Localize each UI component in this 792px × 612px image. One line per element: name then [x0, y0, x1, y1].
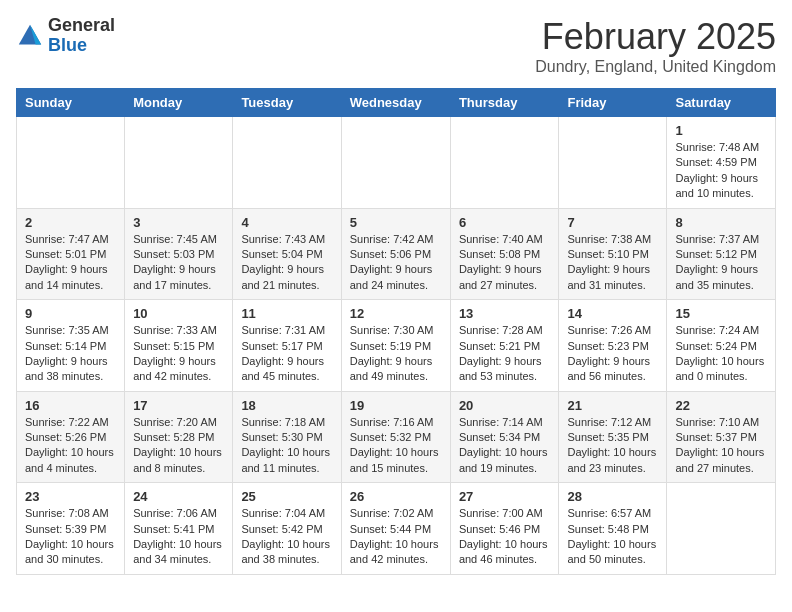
day-info: Sunrise: 7:00 AMSunset: 5:46 PMDaylight:…: [459, 506, 551, 568]
calendar-cell: 7 Sunrise: 7:38 AMSunset: 5:10 PMDayligh…: [559, 208, 667, 300]
calendar-cell: [667, 483, 776, 575]
day-number: 11: [241, 306, 332, 321]
header-tuesday: Tuesday: [233, 89, 341, 117]
calendar-cell: 18 Sunrise: 7:18 AMSunset: 5:30 PMDaylig…: [233, 391, 341, 483]
calendar-header-row: Sunday Monday Tuesday Wednesday Thursday…: [17, 89, 776, 117]
day-number: 9: [25, 306, 116, 321]
day-number: 23: [25, 489, 116, 504]
calendar-cell: 9 Sunrise: 7:35 AMSunset: 5:14 PMDayligh…: [17, 300, 125, 392]
day-info: Sunrise: 7:24 AMSunset: 5:24 PMDaylight:…: [675, 323, 767, 385]
day-number: 10: [133, 306, 224, 321]
day-info: Sunrise: 7:02 AMSunset: 5:44 PMDaylight:…: [350, 506, 442, 568]
calendar-cell: 11 Sunrise: 7:31 AMSunset: 5:17 PMDaylig…: [233, 300, 341, 392]
day-info: Sunrise: 7:04 AMSunset: 5:42 PMDaylight:…: [241, 506, 332, 568]
calendar-cell: 27 Sunrise: 7:00 AMSunset: 5:46 PMDaylig…: [450, 483, 559, 575]
day-number: 8: [675, 215, 767, 230]
day-info: Sunrise: 7:31 AMSunset: 5:17 PMDaylight:…: [241, 323, 332, 385]
calendar-cell: 28 Sunrise: 6:57 AMSunset: 5:48 PMDaylig…: [559, 483, 667, 575]
day-info: Sunrise: 7:37 AMSunset: 5:12 PMDaylight:…: [675, 232, 767, 294]
header: General Blue February 2025 Dundry, Engla…: [16, 16, 776, 76]
logo-general: General: [48, 15, 115, 35]
calendar-cell: 12 Sunrise: 7:30 AMSunset: 5:19 PMDaylig…: [341, 300, 450, 392]
day-info: Sunrise: 7:16 AMSunset: 5:32 PMDaylight:…: [350, 415, 442, 477]
calendar-cell: 19 Sunrise: 7:16 AMSunset: 5:32 PMDaylig…: [341, 391, 450, 483]
day-number: 27: [459, 489, 551, 504]
day-info: Sunrise: 7:10 AMSunset: 5:37 PMDaylight:…: [675, 415, 767, 477]
calendar-cell: [450, 117, 559, 209]
day-info: Sunrise: 7:26 AMSunset: 5:23 PMDaylight:…: [567, 323, 658, 385]
logo-icon: [16, 22, 44, 50]
day-info: Sunrise: 6:57 AMSunset: 5:48 PMDaylight:…: [567, 506, 658, 568]
header-wednesday: Wednesday: [341, 89, 450, 117]
day-number: 13: [459, 306, 551, 321]
calendar-cell: 21 Sunrise: 7:12 AMSunset: 5:35 PMDaylig…: [559, 391, 667, 483]
calendar-cell: 26 Sunrise: 7:02 AMSunset: 5:44 PMDaylig…: [341, 483, 450, 575]
day-info: Sunrise: 7:35 AMSunset: 5:14 PMDaylight:…: [25, 323, 116, 385]
day-info: Sunrise: 7:14 AMSunset: 5:34 PMDaylight:…: [459, 415, 551, 477]
header-saturday: Saturday: [667, 89, 776, 117]
logo-blue: Blue: [48, 35, 87, 55]
day-info: Sunrise: 7:20 AMSunset: 5:28 PMDaylight:…: [133, 415, 224, 477]
day-info: Sunrise: 7:45 AMSunset: 5:03 PMDaylight:…: [133, 232, 224, 294]
calendar-cell: 22 Sunrise: 7:10 AMSunset: 5:37 PMDaylig…: [667, 391, 776, 483]
calendar-cell: [125, 117, 233, 209]
day-number: 24: [133, 489, 224, 504]
day-info: Sunrise: 7:43 AMSunset: 5:04 PMDaylight:…: [241, 232, 332, 294]
calendar-cell: [233, 117, 341, 209]
calendar-week-row: 1 Sunrise: 7:48 AMSunset: 4:59 PMDayligh…: [17, 117, 776, 209]
title-area: February 2025 Dundry, England, United Ki…: [535, 16, 776, 76]
day-number: 3: [133, 215, 224, 230]
day-info: Sunrise: 7:38 AMSunset: 5:10 PMDaylight:…: [567, 232, 658, 294]
header-sunday: Sunday: [17, 89, 125, 117]
day-info: Sunrise: 7:40 AMSunset: 5:08 PMDaylight:…: [459, 232, 551, 294]
day-number: 1: [675, 123, 767, 138]
calendar-cell: 20 Sunrise: 7:14 AMSunset: 5:34 PMDaylig…: [450, 391, 559, 483]
calendar-week-row: 23 Sunrise: 7:08 AMSunset: 5:39 PMDaylig…: [17, 483, 776, 575]
day-info: Sunrise: 7:30 AMSunset: 5:19 PMDaylight:…: [350, 323, 442, 385]
day-number: 25: [241, 489, 332, 504]
calendar-week-row: 16 Sunrise: 7:22 AMSunset: 5:26 PMDaylig…: [17, 391, 776, 483]
calendar: Sunday Monday Tuesday Wednesday Thursday…: [16, 88, 776, 575]
logo-text: General Blue: [48, 16, 115, 56]
calendar-cell: 6 Sunrise: 7:40 AMSunset: 5:08 PMDayligh…: [450, 208, 559, 300]
calendar-cell: 16 Sunrise: 7:22 AMSunset: 5:26 PMDaylig…: [17, 391, 125, 483]
day-info: Sunrise: 7:08 AMSunset: 5:39 PMDaylight:…: [25, 506, 116, 568]
day-number: 7: [567, 215, 658, 230]
calendar-cell: 8 Sunrise: 7:37 AMSunset: 5:12 PMDayligh…: [667, 208, 776, 300]
day-number: 16: [25, 398, 116, 413]
day-info: Sunrise: 7:18 AMSunset: 5:30 PMDaylight:…: [241, 415, 332, 477]
day-info: Sunrise: 7:28 AMSunset: 5:21 PMDaylight:…: [459, 323, 551, 385]
day-number: 21: [567, 398, 658, 413]
day-info: Sunrise: 7:12 AMSunset: 5:35 PMDaylight:…: [567, 415, 658, 477]
day-number: 6: [459, 215, 551, 230]
day-number: 19: [350, 398, 442, 413]
day-number: 5: [350, 215, 442, 230]
calendar-cell: 25 Sunrise: 7:04 AMSunset: 5:42 PMDaylig…: [233, 483, 341, 575]
calendar-cell: 17 Sunrise: 7:20 AMSunset: 5:28 PMDaylig…: [125, 391, 233, 483]
calendar-cell: 24 Sunrise: 7:06 AMSunset: 5:41 PMDaylig…: [125, 483, 233, 575]
day-number: 28: [567, 489, 658, 504]
header-monday: Monday: [125, 89, 233, 117]
day-number: 17: [133, 398, 224, 413]
day-number: 14: [567, 306, 658, 321]
logo: General Blue: [16, 16, 115, 56]
day-number: 15: [675, 306, 767, 321]
day-info: Sunrise: 7:47 AMSunset: 5:01 PMDaylight:…: [25, 232, 116, 294]
day-info: Sunrise: 7:42 AMSunset: 5:06 PMDaylight:…: [350, 232, 442, 294]
day-info: Sunrise: 7:06 AMSunset: 5:41 PMDaylight:…: [133, 506, 224, 568]
calendar-cell: 23 Sunrise: 7:08 AMSunset: 5:39 PMDaylig…: [17, 483, 125, 575]
day-number: 26: [350, 489, 442, 504]
day-number: 4: [241, 215, 332, 230]
location: Dundry, England, United Kingdom: [535, 58, 776, 76]
calendar-cell: 14 Sunrise: 7:26 AMSunset: 5:23 PMDaylig…: [559, 300, 667, 392]
day-number: 2: [25, 215, 116, 230]
calendar-week-row: 9 Sunrise: 7:35 AMSunset: 5:14 PMDayligh…: [17, 300, 776, 392]
day-info: Sunrise: 7:48 AMSunset: 4:59 PMDaylight:…: [675, 140, 767, 202]
day-info: Sunrise: 7:33 AMSunset: 5:15 PMDaylight:…: [133, 323, 224, 385]
day-number: 20: [459, 398, 551, 413]
day-number: 22: [675, 398, 767, 413]
calendar-cell: 5 Sunrise: 7:42 AMSunset: 5:06 PMDayligh…: [341, 208, 450, 300]
day-number: 18: [241, 398, 332, 413]
month-title: February 2025: [535, 16, 776, 58]
header-friday: Friday: [559, 89, 667, 117]
